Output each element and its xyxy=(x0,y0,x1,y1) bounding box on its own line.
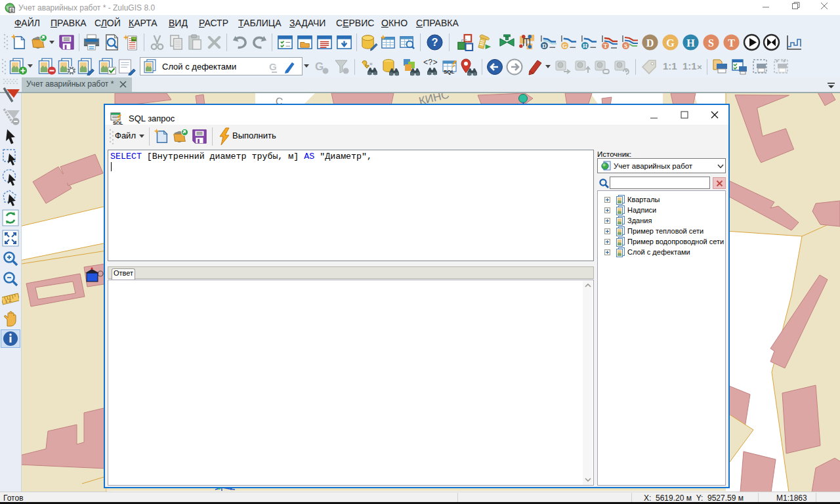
svg-text:8: 8 xyxy=(10,8,13,12)
svg-text:D: D xyxy=(646,37,654,49)
svg-text:T: T xyxy=(603,43,607,49)
svg-text:SQL: SQL xyxy=(444,69,455,75)
svg-text:G: G xyxy=(269,61,277,72)
svg-text:S: S xyxy=(624,43,627,49)
svg-text:S: S xyxy=(708,37,714,49)
svg-text:H: H xyxy=(686,37,695,49)
svg-text:=: = xyxy=(369,61,373,67)
svg-text:H: H xyxy=(583,43,587,49)
svg-text:G: G xyxy=(666,37,675,49)
svg-text:D: D xyxy=(542,43,547,49)
svg-text:<?>: <?> xyxy=(423,58,438,68)
svg-text:T: T xyxy=(728,37,735,49)
svg-text:G: G xyxy=(562,43,567,49)
svg-text:G: G xyxy=(315,60,324,73)
